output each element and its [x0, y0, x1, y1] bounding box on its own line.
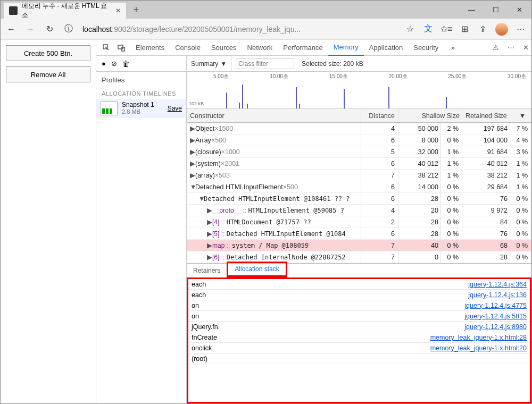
snapshot-save-link[interactable]: Save: [168, 105, 182, 112]
back-button[interactable]: ←: [6, 24, 16, 35]
stack-row: (root): [188, 354, 530, 364]
snapshot-size: 2.8 MB: [122, 108, 163, 115]
stack-row: eachjquery-1.12.4.js:364: [188, 279, 530, 290]
tab-network[interactable]: Network: [242, 40, 278, 56]
translate-icon[interactable]: 文: [423, 24, 434, 35]
inspect-icon[interactable]: [101, 42, 112, 54]
stack-fn: each: [192, 281, 468, 288]
stack-link[interactable]: jquery-1.12.4.js:136: [468, 291, 527, 299]
tab-memory[interactable]: Memory: [328, 40, 364, 56]
profiles-sidebar: ● ⊘ 🗑 Profiles ALLOCATION TIMELINES Snap…: [96, 56, 187, 403]
refresh-button[interactable]: ↻: [44, 24, 55, 35]
forward-button[interactable]: →: [25, 24, 36, 35]
heap-row[interactable]: ▶__proto__ :: HTMLInputElement @59085 ? …: [187, 205, 531, 216]
close-window-button[interactable]: ✕: [508, 2, 531, 18]
tab-retainers[interactable]: Retainers: [187, 264, 227, 277]
stack-link[interactable]: jquery-1.12.4.js:5815: [464, 313, 527, 320]
timeline-tick: 10.00초: [270, 73, 288, 80]
more-icon[interactable]: ⋯: [516, 24, 526, 35]
stack-fn: fnCreate: [192, 334, 430, 341]
errors-icon[interactable]: ⚠: [490, 42, 502, 54]
heap-row[interactable]: ▶Object ×1500 4 50 000 2 % 197 684 7 %: [187, 123, 531, 134]
stack-link[interactable]: jquery-1.12.4.js:8980: [464, 323, 527, 331]
tab-security[interactable]: Security: [408, 40, 444, 56]
bottom-tabbar: Retainers Allocation stack: [187, 263, 531, 278]
star-icon[interactable]: ☆: [405, 24, 415, 35]
stack-fn: on: [192, 313, 464, 320]
timeline-tick: 25.00초: [448, 73, 467, 80]
profile-avatar[interactable]: [495, 23, 508, 36]
site-info-icon[interactable]: ⓘ: [63, 24, 74, 35]
devtools-tabbar: ElementsConsoleSourcesNetworkPerformance…: [96, 40, 531, 56]
close-icon[interactable]: ✕: [115, 7, 121, 14]
share-icon[interactable]: ⇪: [477, 24, 488, 35]
stack-row: onjquery-1.12.4.js:5815: [188, 311, 530, 322]
minimize-button[interactable]: —: [460, 2, 484, 18]
snapshot-item[interactable]: Snapshot 1 2.8 MB Save: [96, 99, 186, 118]
stack-row: onjquery-1.12.4.js:4775: [188, 300, 530, 311]
delete-icon[interactable]: 🗑: [122, 60, 130, 68]
heap-row[interactable]: ▼Detached HTMLInputElement @108461 ?? ? …: [187, 193, 531, 205]
stack-link[interactable]: jquery-1.12.4.js:4775: [464, 302, 527, 309]
heap-table: Constructor Distance Shallow Size Retain…: [187, 109, 531, 263]
stack-row: fnCreatememory_leak_jquery-1.x.html:28: [188, 332, 530, 343]
address-bar: ← → ↻ ⓘ localhost:9002/storage/lecture/2…: [1, 19, 531, 40]
timeline-tick: 15.00초: [329, 73, 348, 80]
allocation-stack-panel: eachjquery-1.12.4.js:364eachjquery-1.12.…: [187, 277, 531, 403]
tab-elements[interactable]: Elements: [130, 40, 170, 56]
col-constructor[interactable]: Constructor: [187, 109, 361, 122]
clear-icon[interactable]: ⊘: [111, 60, 117, 68]
heap-row[interactable]: ▶(array) ×503 7 38 212 1 % 38 212 1 %: [187, 170, 531, 181]
devtools-close-icon[interactable]: ✕: [520, 42, 531, 54]
stack-fn: (root): [192, 355, 527, 363]
tab-sources[interactable]: Sources: [206, 40, 242, 56]
devtools-settings-icon[interactable]: ⋯: [505, 42, 517, 54]
col-distance[interactable]: Distance: [361, 109, 398, 122]
create-button[interactable]: Create 500 Btn.: [6, 45, 90, 61]
heap-panel: Summary ▼ Selected size: 200 kB 102 kB 5…: [187, 56, 531, 403]
url-path: :9002/storage/lecture/202005050001/memor…: [112, 25, 301, 33]
class-filter-input[interactable]: [236, 58, 294, 69]
heap-row[interactable]: ▶map :: system / Map @108059 7 40 0 % 68…: [187, 240, 531, 251]
stack-fn: onclick: [192, 344, 430, 352]
collections-icon[interactable]: ⊞: [459, 24, 470, 35]
record-icon[interactable]: ●: [102, 60, 106, 68]
url-box[interactable]: localhost:9002/storage/lecture/202005050…: [82, 25, 396, 33]
tab-application[interactable]: Application: [364, 40, 409, 56]
browser-tab[interactable]: 메모리 누수 - 새로운 HTML 요소 ✕: [4, 3, 126, 19]
heap-row[interactable]: ▶(system) ×2001 6 40 012 1 % 40 012 1 %: [187, 158, 531, 170]
snapshot-icon: [101, 102, 118, 115]
heap-row[interactable]: ▼Detached HTMLInputElement ×500 6 14 000…: [187, 181, 531, 193]
timeline-tick: 5.00초: [213, 73, 229, 80]
heap-row[interactable]: ▶(closure) ×1000 5 32 000 1 % 91 684 3 %: [187, 146, 531, 158]
stack-link[interactable]: memory_leak_jquery-1.x.html:28: [430, 334, 527, 341]
allocation-timeline[interactable]: 102 kB 5.00초10.00초15.00초20.00초25.00초30.0…: [187, 72, 531, 109]
favorites-icon[interactable]: ✩≡: [441, 24, 452, 35]
window-titlebar: 메모리 누수 - 새로운 HTML 요소 ✕ + — ☐ ✕: [1, 1, 531, 19]
favicon-icon: [9, 6, 18, 15]
stack-link[interactable]: memory_leak_jquery-1.x.html:20: [430, 344, 527, 352]
heap-row[interactable]: ▶[5] :: Detached HTMLInputElement @1084 …: [187, 228, 531, 240]
tab-allocation-stack[interactable]: Allocation stack: [228, 263, 285, 276]
tab-performance[interactable]: Performance: [278, 40, 328, 56]
summary-dropdown[interactable]: Summary ▼: [187, 56, 231, 71]
page-content: Create 500 Btn. Remove All: [1, 40, 96, 403]
stack-row: eachjquery-1.12.4.js:136: [188, 290, 530, 300]
devtools-panel: ElementsConsoleSourcesNetworkPerformance…: [96, 40, 531, 403]
device-toggle-icon[interactable]: [115, 42, 127, 54]
col-retained[interactable]: Retained Size▼: [462, 109, 531, 122]
col-shallow[interactable]: Shallow Size: [398, 109, 462, 122]
profiles-label: Profiles: [96, 72, 186, 88]
heap-row[interactable]: ▶[4] :: HTMLDocument @71757 ?? 2 28 0 % …: [187, 216, 531, 228]
devtools-more-tabs[interactable]: »: [447, 42, 459, 54]
remove-button[interactable]: Remove All: [6, 66, 90, 82]
stack-row: jQuery.fn.jquery-1.12.4.js:8980: [188, 322, 530, 332]
tab-console[interactable]: Console: [170, 40, 206, 56]
chevron-down-icon: ▼: [220, 60, 227, 68]
stack-row: onclickmemory_leak_jquery-1.x.html:20: [188, 343, 530, 354]
stack-link[interactable]: jquery-1.12.4.js:364: [468, 281, 527, 288]
maximize-button[interactable]: ☐: [484, 2, 508, 18]
heap-row[interactable]: ▶Array ×500 6 8 000 0 % 104 000 4 %: [187, 134, 531, 146]
timeline-tick: 20.00초: [389, 73, 408, 80]
new-tab-button[interactable]: +: [128, 2, 144, 18]
